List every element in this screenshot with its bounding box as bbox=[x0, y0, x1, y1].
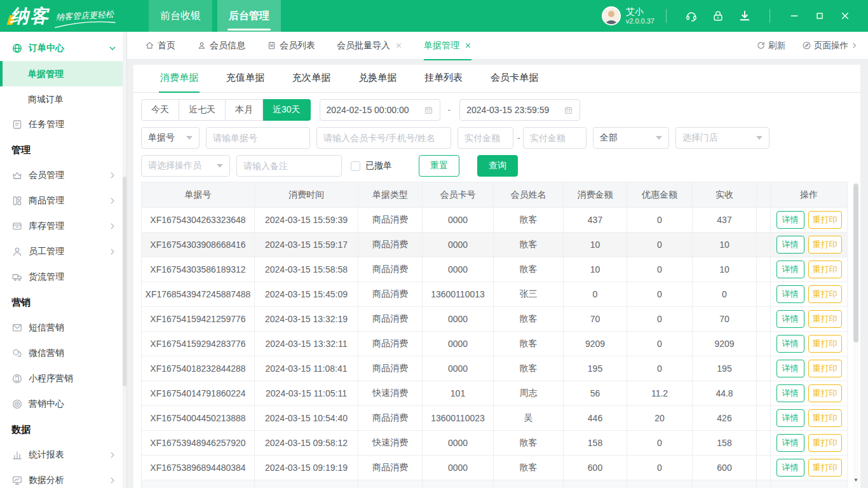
bill-no-type-select[interactable]: 单据号 bbox=[141, 127, 200, 149]
sidebar-item-order-center[interactable]: 订单中心 bbox=[0, 36, 126, 61]
download-icon[interactable] bbox=[738, 10, 751, 22]
detail-button[interactable]: 详情 bbox=[776, 459, 804, 477]
content-tab-recharge-bills[interactable]: 充值单据 bbox=[226, 72, 264, 92]
table-scrollbar[interactable]: ▼ bbox=[853, 182, 858, 488]
sidebar-item-mall-orders[interactable]: 商城订单 bbox=[0, 86, 126, 112]
sidebar-item-marketing-center[interactable]: 营销中心 bbox=[0, 391, 126, 417]
reset-button[interactable]: 重置 bbox=[419, 155, 459, 177]
page-tab-member-list[interactable]: 会员列表 bbox=[267, 32, 315, 60]
reprint-button[interactable]: 重打印 bbox=[808, 261, 842, 278]
amount-max-input[interactable] bbox=[523, 127, 587, 149]
sidebar-item-statistics-report[interactable]: 统计报表 bbox=[0, 442, 126, 468]
status-select[interactable]: 全部 bbox=[593, 127, 669, 149]
content-tab-pending-orders[interactable]: 挂单列表 bbox=[424, 72, 463, 92]
reprint-button[interactable]: 重打印 bbox=[808, 459, 842, 477]
date-to-input[interactable]: 2024-03-15 23:59:59 bbox=[459, 99, 580, 121]
content-tab-times-bills[interactable]: 充次单据 bbox=[292, 72, 330, 92]
close-tab-icon[interactable] bbox=[395, 42, 402, 49]
caret-icon bbox=[217, 164, 223, 168]
page-tab-member-batch-import[interactable]: 会员批量导入 bbox=[337, 32, 402, 60]
quick-range-last-30-days[interactable]: 近30天 bbox=[263, 99, 311, 121]
avatar[interactable] bbox=[602, 6, 621, 25]
member-search-input[interactable] bbox=[316, 127, 451, 149]
close-button[interactable] bbox=[840, 11, 850, 21]
close-tab-icon[interactable] bbox=[465, 42, 471, 49]
table-cell: 11.2 bbox=[627, 381, 693, 406]
sidebar-item-miniprogram-marketing[interactable]: 小程序营销 bbox=[0, 366, 126, 391]
top-nav-backstage[interactable]: 后台管理 bbox=[217, 0, 281, 32]
detail-button[interactable]: 详情 bbox=[776, 310, 804, 328]
reprint-button[interactable]: 重打印 bbox=[808, 384, 842, 402]
sidebar-item-task-management[interactable]: 任务管理 bbox=[0, 112, 126, 137]
bill-no-input[interactable] bbox=[206, 127, 310, 149]
remark-input[interactable] bbox=[236, 155, 342, 177]
customer-service-icon[interactable] bbox=[685, 10, 698, 22]
page-tab-home[interactable]: 首页 bbox=[145, 32, 175, 60]
sidebar-scrollbar[interactable] bbox=[123, 32, 126, 488]
date-from-input[interactable]: 2024-02-15 00:00:00 bbox=[320, 99, 440, 121]
content-tab-exchange-bills[interactable]: 兑换单据 bbox=[358, 72, 397, 92]
app-window: 纳客 纳客管店更轻松 前台收银后台管理 艾小 v2.0.0.37 订单中心单据管… bbox=[0, 0, 868, 488]
reprint-button[interactable]: 重打印 bbox=[808, 236, 842, 254]
content-tab-consume-bills[interactable]: 消费单据 bbox=[160, 72, 198, 92]
top-nav-cashier[interactable]: 前台收银 bbox=[149, 0, 212, 32]
reprint-button[interactable]: 重打印 bbox=[808, 409, 842, 427]
quick-range-today[interactable]: 今天 bbox=[141, 99, 179, 121]
scroll-down-arrow[interactable]: ▼ bbox=[853, 478, 859, 483]
reprint-button[interactable]: 重打印 bbox=[808, 360, 842, 377]
detail-button[interactable]: 详情 bbox=[776, 409, 804, 427]
sidebar-item-staff-management[interactable]: 员工管理 bbox=[0, 239, 126, 264]
sidebar-item-bill-management[interactable]: 单据管理 bbox=[0, 61, 126, 86]
reprint-button[interactable]: 重打印 bbox=[808, 434, 842, 452]
content-tab-member-card-bills[interactable]: 会员卡单据 bbox=[491, 72, 538, 92]
table-scrollbar-thumb[interactable] bbox=[853, 184, 858, 342]
detail-button[interactable]: 详情 bbox=[776, 285, 804, 303]
store-select[interactable]: 选择门店 bbox=[675, 127, 770, 149]
spacer-cell bbox=[757, 431, 771, 456]
reprint-button[interactable]: 重打印 bbox=[808, 211, 842, 229]
table-cell: XF16754004450213888 bbox=[142, 406, 255, 431]
sidebar-item-product-management[interactable]: 商品管理 bbox=[0, 188, 126, 214]
search-button[interactable]: 查询 bbox=[477, 155, 518, 177]
amount-min-input[interactable] bbox=[458, 127, 513, 149]
sidebar-item-sms-marketing[interactable]: 短信营销 bbox=[0, 315, 126, 341]
table-cell bbox=[423, 480, 494, 488]
table-row: XF167540044502138882024-03-15 10:54:40商品… bbox=[142, 406, 848, 431]
reprint-button[interactable]: 重打印 bbox=[808, 285, 842, 303]
minimize-button[interactable] bbox=[789, 11, 799, 21]
lock-icon[interactable] bbox=[712, 10, 724, 22]
sidebar-item-wechat-marketing[interactable]: 微信营销 bbox=[0, 341, 126, 366]
detail-button[interactable]: 详情 bbox=[776, 384, 804, 402]
operator-select[interactable]: 请选择操作员 bbox=[141, 155, 230, 177]
refresh-action[interactable]: 刷新 bbox=[756, 40, 785, 51]
page-tab-member-info[interactable]: 会员信息 bbox=[197, 32, 245, 60]
sidebar-scrollbar-thumb[interactable] bbox=[123, 177, 126, 386]
maximize-button[interactable] bbox=[815, 11, 825, 21]
detail-button[interactable]: 详情 bbox=[776, 434, 804, 452]
sidebar-item-data-analysis[interactable]: 数据分析 bbox=[0, 468, 126, 488]
table-cell: 吴 bbox=[494, 406, 564, 431]
sidebar-item-member-management[interactable]: 会员管理 bbox=[0, 163, 126, 188]
spacer-column bbox=[757, 182, 771, 208]
detail-button[interactable]: 详情 bbox=[776, 236, 804, 254]
table-cell: 0 bbox=[627, 456, 693, 480]
sidebar-item-logistics-management[interactable]: 货流管理 bbox=[0, 264, 126, 290]
detail-button[interactable]: 详情 bbox=[776, 211, 804, 229]
sidebar-menu: 订单中心单据管理商城订单任务管理管理会员管理商品管理库存管理员工管理货流管理营销… bbox=[0, 36, 126, 488]
page-tab-bill-management[interactable]: 单据管理 bbox=[424, 32, 471, 60]
cancelled-checkbox[interactable] bbox=[351, 161, 360, 171]
table-row: XF167540147918602242024-03-15 11:05:11快速… bbox=[142, 381, 848, 406]
detail-button[interactable]: 详情 bbox=[776, 335, 804, 353]
quick-range-this-month[interactable]: 本月 bbox=[226, 99, 263, 121]
detail-button[interactable]: 详情 bbox=[776, 261, 804, 278]
user-info: 艾小 v2.0.0.37 bbox=[626, 6, 654, 25]
chevron-right-icon bbox=[851, 42, 858, 49]
reprint-button[interactable]: 重打印 bbox=[808, 335, 842, 353]
quick-range-last-7-days[interactable]: 近七天 bbox=[179, 99, 226, 121]
sidebar-item-inventory-management[interactable]: 库存管理 bbox=[0, 214, 126, 239]
detail-button[interactable]: 详情 bbox=[776, 360, 804, 377]
monitor-icon bbox=[11, 475, 23, 486]
page-operations-action[interactable]: 页面操作 bbox=[802, 40, 858, 51]
reprint-button[interactable]: 重打印 bbox=[808, 310, 842, 328]
user-name: 艾小 bbox=[626, 6, 654, 17]
